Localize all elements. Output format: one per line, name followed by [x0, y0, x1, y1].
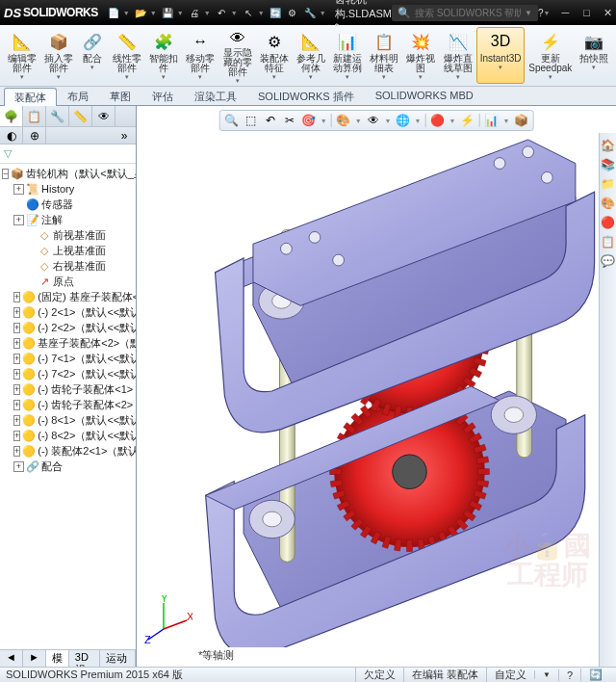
tree-item[interactable]: +🟡(-) 7<2>（默认<<默认>_显: [0, 366, 136, 381]
tab-b[interactable]: ⊕: [23, 127, 46, 144]
file-explorer-icon[interactable]: 📁: [601, 177, 615, 191]
expand-icon[interactable]: −: [2, 169, 9, 179]
expand-icon[interactable]: +: [13, 215, 24, 225]
hide-show-icon[interactable]: 👁: [366, 113, 381, 128]
feature-tree-tab[interactable]: 🌳: [0, 106, 23, 126]
ribbon-爆炸视图[interactable]: 💥爆炸视图▾: [403, 27, 439, 84]
scroll-left[interactable]: ◄: [0, 650, 23, 667]
tree-item[interactable]: ◇右视基准面: [0, 258, 136, 274]
tree-item[interactable]: ◇上视基准面: [0, 243, 136, 258]
tree-item[interactable]: +🟡(-) 8<2>（默认<<默认>_显: [0, 428, 136, 443]
btab-3D 视图[interactable]: 3D 视图: [69, 650, 100, 667]
save-icon[interactable]: 💾: [160, 5, 175, 20]
expand-icon[interactable]: +: [13, 461, 24, 472]
search-input[interactable]: [415, 8, 521, 18]
ribbon-配合[interactable]: 🔗配合▾: [77, 27, 108, 84]
scroll-right[interactable]: ►: [23, 650, 46, 667]
expand-icon[interactable]: +: [13, 415, 20, 426]
display-style-icon[interactable]: 🎨: [336, 113, 351, 128]
maximize-button[interactable]: □: [577, 5, 596, 20]
expand-icon[interactable]: +: [13, 369, 20, 380]
ribbon-装配体特征[interactable]: ⚙装配体特征▾: [256, 27, 292, 84]
tree-item[interactable]: +🟡(-) 齿轮子装配体<1>（默认: [0, 381, 136, 397]
tab-SOLIDWORKS 插件[interactable]: SOLIDWORKS 插件: [247, 87, 365, 105]
expand-icon[interactable]: +: [13, 307, 20, 318]
expand-icon[interactable]: +: [13, 323, 20, 333]
view-palette-icon[interactable]: 🎨: [601, 197, 615, 210]
appearances-icon[interactable]: 🔴: [601, 216, 615, 229]
expand-icon[interactable]: +: [13, 338, 20, 349]
3d-viewport[interactable]: 🔍 ⬚ ↶ ✂ 🎯▼ 🎨▼ 👁▼ 🌐▼ 🔴▼ ⚡ 📊▼ 📦: [137, 106, 616, 667]
zoom-area-icon[interactable]: ⬚: [244, 113, 259, 128]
expand-icon[interactable]: »: [113, 127, 136, 144]
expand-icon[interactable]: +: [13, 431, 20, 441]
orient-icon[interactable]: 🎯: [301, 113, 317, 128]
ribbon-移动零部件[interactable]: ↔移动零部件▾: [183, 27, 218, 84]
ribbon-参考几何体[interactable]: 📐参考几何体▾: [293, 27, 328, 84]
tree-item[interactable]: +🟡(-) 齿轮子装配体<2>（默认: [0, 397, 136, 412]
status-help-icon[interactable]: ?: [558, 669, 580, 681]
tab-草图[interactable]: 草图: [99, 87, 141, 105]
settings-icon[interactable]: 🔧: [302, 5, 318, 20]
tab-SOLIDWORKS MBD[interactable]: SOLIDWORKS MBD: [365, 87, 484, 105]
ribbon-拍快照[interactable]: 📷拍快照▾: [577, 27, 612, 84]
btab-运动算例1[interactable]: 运动算例1: [100, 650, 136, 667]
ribbon-更新Speedpak[interactable]: ⚡更新Speedpak▾: [526, 27, 576, 84]
tree-item[interactable]: +🟡基座子装配体<2>（默认<: [0, 335, 136, 351]
tree-item[interactable]: +🟡(-) 装配体2<1>（默认<显: [0, 443, 136, 459]
expand-icon[interactable]: +: [13, 400, 20, 410]
help-search[interactable]: 🔍 ▼: [392, 5, 538, 21]
appearance-icon[interactable]: 🔴: [429, 113, 445, 128]
tab-装配体[interactable]: 装配体: [4, 88, 57, 106]
expand-icon[interactable]: +: [13, 384, 20, 395]
custom-props-icon[interactable]: 📋: [601, 235, 615, 249]
tree-item[interactable]: +🟡(-) 2<1>（默认<<默认>_显: [0, 304, 136, 320]
expand-icon[interactable]: +: [13, 446, 20, 457]
ribbon-显示隐藏的零部件[interactable]: 👁显示隐藏的零部件▾: [219, 27, 255, 84]
new-icon[interactable]: 📄: [106, 5, 121, 20]
large-assembly-icon[interactable]: 📦: [513, 113, 528, 128]
ribbon-智能扣件[interactable]: 🧩智能扣件▾: [146, 27, 182, 84]
sw-resources-icon[interactable]: 🏠: [601, 139, 615, 152]
tree-item[interactable]: +🟡(固定) 基座子装配体<1>（: [0, 289, 136, 304]
assembly-vis-icon[interactable]: 📊: [483, 113, 499, 128]
design-library-icon[interactable]: 📚: [601, 158, 615, 171]
ribbon-Instant3D[interactable]: 3DInstant3D▾: [476, 27, 525, 84]
tab-渲染工具[interactable]: 渲染工具: [184, 87, 247, 105]
print-icon[interactable]: 🖨: [187, 5, 202, 20]
filter-icon[interactable]: ▽: [4, 147, 17, 161]
tree-root[interactable]: − 📦 齿轮机构（默认<默认_显示状态: [0, 166, 136, 181]
forum-icon[interactable]: 💬: [601, 254, 615, 268]
dim-tab[interactable]: 📏: [69, 106, 92, 126]
tab-评估[interactable]: 评估: [141, 87, 184, 105]
tab-布局[interactable]: 布局: [57, 87, 99, 105]
tree-item[interactable]: ◇前视基准面: [0, 227, 136, 243]
open-icon[interactable]: 📂: [133, 5, 148, 20]
config-tab[interactable]: 🔧: [46, 106, 69, 126]
tab-a[interactable]: ◐: [0, 127, 23, 144]
options-icon[interactable]: ⚙: [285, 5, 300, 20]
tree-item[interactable]: 🔵传感器: [0, 197, 136, 212]
ribbon-插入零部件[interactable]: 📦插入零部件▾: [40, 27, 76, 84]
prev-view-icon[interactable]: ↶: [263, 113, 278, 128]
display-tab[interactable]: 👁: [92, 106, 116, 126]
ribbon-爆炸直线草图[interactable]: 📉爆炸直线草图▾: [440, 27, 475, 84]
select-icon[interactable]: ↖: [241, 5, 256, 20]
render-icon[interactable]: ⚡: [459, 113, 475, 128]
tree-item[interactable]: +🟡(-) 7<1>（默认<<默认>_显: [0, 351, 136, 366]
view-triad[interactable]: Y X Z: [144, 595, 192, 643]
expand-icon[interactable]: +: [13, 354, 20, 364]
minimize-button[interactable]: ─: [555, 5, 575, 20]
ribbon-材料明细表[interactable]: 📋材料明细表▾: [367, 27, 402, 84]
tree-item[interactable]: +📜History: [0, 181, 136, 197]
property-tab[interactable]: 📋: [23, 106, 46, 126]
status-reload-icon[interactable]: 🔄: [580, 669, 610, 681]
zoom-fit-icon[interactable]: 🔍: [224, 113, 240, 128]
close-button[interactable]: ✕: [598, 5, 616, 20]
tree-item[interactable]: +🟡(-) 8<1>（默认<<默认>_显: [0, 412, 136, 428]
btab-模型[interactable]: 模型: [46, 650, 69, 667]
tree-item[interactable]: +🟡(-) 2<2>（默认<<默认>_显: [0, 320, 136, 335]
undo-icon[interactable]: ↶: [214, 5, 229, 20]
tree-item[interactable]: +📝注解: [0, 212, 136, 227]
ribbon-线性零部件[interactable]: 📏线性零部件▾: [109, 27, 144, 84]
